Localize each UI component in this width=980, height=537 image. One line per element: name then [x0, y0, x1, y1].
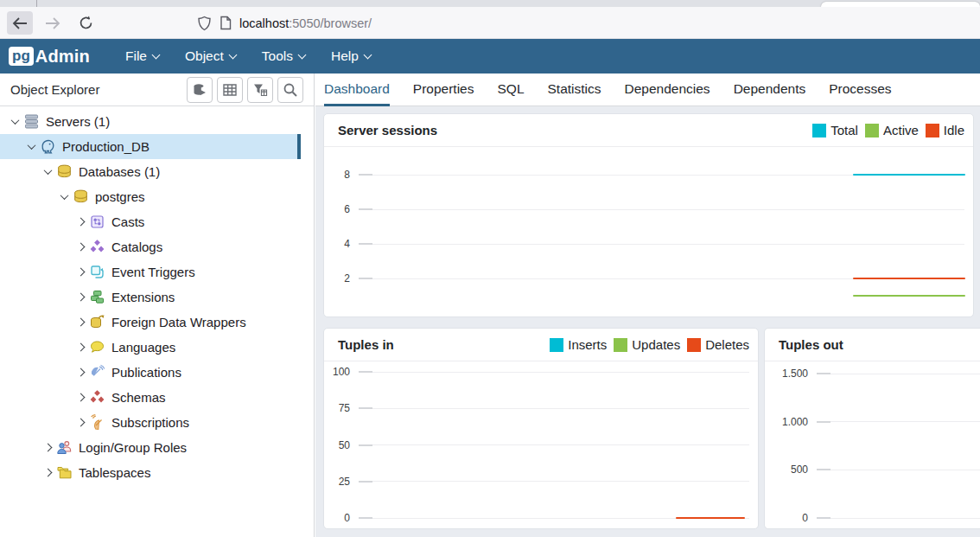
collapse-chevron-icon[interactable] — [56, 194, 73, 200]
languages-icon — [89, 339, 105, 355]
y-tick-label: 6 — [324, 203, 359, 215]
reload-button[interactable] — [73, 11, 99, 35]
tab-properties[interactable]: Properties — [413, 74, 474, 106]
tree-item-label: Subscriptions — [111, 415, 189, 430]
gridline: 500 — [765, 462, 980, 477]
tree-item-schemas[interactable]: Schemas — [0, 385, 301, 410]
tree-item-tablespaces[interactable]: Tablespaces — [0, 460, 301, 485]
gridline: 75 — [324, 400, 749, 416]
expand-chevron-icon[interactable] — [73, 419, 89, 425]
tuples-in-legend: InsertsUpdatesDeletes — [550, 337, 749, 352]
browser-tab-strip — [0, 0, 980, 7]
dashboard-content: Server sessions TotalActiveIdle 8642 Tup… — [315, 106, 980, 537]
tree-item-postgres[interactable]: postgres — [0, 184, 301, 209]
server-sessions-panel: Server sessions TotalActiveIdle 8642 — [323, 113, 974, 317]
expand-chevron-icon[interactable] — [73, 219, 89, 225]
tree-item-label: postgres — [95, 189, 145, 204]
y-tick-label: 0 — [324, 512, 359, 524]
tree-item-label: Foreign Data Wrappers — [111, 315, 246, 329]
filtered-rows-button[interactable] — [247, 77, 273, 103]
gridline: 0 — [765, 510, 980, 526]
database-icon — [56, 163, 73, 180]
expand-chevron-icon[interactable] — [73, 344, 89, 350]
browser-toolbar: localhost:5050/browser/ — [0, 7, 980, 39]
shield-icon — [197, 16, 212, 31]
legend-item-updates: Updates — [614, 337, 680, 352]
expand-chevron-icon[interactable] — [40, 470, 56, 476]
collapse-chevron-icon[interactable] — [23, 144, 40, 150]
database-connect-icon — [192, 82, 207, 98]
view-data-button[interactable] — [217, 77, 243, 103]
tree-item-casts[interactable]: Casts — [0, 209, 301, 234]
object-explorer-tree: Servers (1)Production_DBDatabases (1)pos… — [0, 106, 314, 485]
y-tick-label: 4 — [324, 238, 359, 250]
y-tick-label: 1.000 — [765, 416, 817, 428]
legend-item-active: Active — [865, 123, 919, 137]
tab-dashboard[interactable]: Dashboard — [324, 74, 390, 106]
tree-item-event-triggers[interactable]: Event Triggers — [0, 259, 301, 284]
logo-admin-text: Admin — [35, 47, 90, 67]
tree-item-label: Publications — [111, 365, 181, 380]
menu-help[interactable]: Help — [318, 41, 384, 72]
tab-statistics[interactable]: Statistics — [548, 74, 601, 106]
chevron-down-icon — [298, 51, 307, 60]
tab-dependents[interactable]: Dependents — [734, 74, 806, 106]
gridline: 25 — [324, 474, 749, 489]
tree-item-servers-1[interactable]: Servers (1) — [0, 109, 301, 134]
tree-item-login-group-roles[interactable]: Login/Group Roles — [0, 435, 301, 460]
tree-item-publications[interactable]: Publications — [0, 360, 301, 385]
legend-swatch — [865, 124, 879, 137]
y-tick-label: 1.500 — [765, 368, 817, 380]
search-objects-button[interactable] — [277, 77, 303, 103]
expand-chevron-icon[interactable] — [73, 319, 89, 325]
tuples-out-title: Tuples out — [779, 337, 980, 352]
chevron-down-icon — [363, 51, 372, 60]
object-explorer-panel: Object Explorer Servers (1)Production_DB… — [0, 74, 315, 537]
tree-item-subscriptions[interactable]: Subscriptions — [0, 410, 301, 435]
expand-chevron-icon[interactable] — [40, 444, 56, 451]
gridline: 1.500 — [765, 366, 980, 381]
tab-dependencies[interactable]: Dependencies — [625, 74, 710, 106]
tuples-out-plot: 1.5001.0005000 — [765, 361, 980, 528]
legend-item-idle: Idle — [926, 123, 964, 137]
collapse-chevron-icon[interactable] — [7, 118, 23, 125]
menu-object[interactable]: Object — [172, 41, 249, 72]
expand-chevron-icon[interactable] — [73, 294, 89, 300]
menu-file[interactable]: File — [112, 41, 172, 72]
legend-item-total: Total — [812, 123, 858, 137]
y-tick-label: 75 — [324, 402, 359, 414]
y-tick-label: 500 — [765, 463, 817, 476]
postgres-icon — [40, 138, 56, 155]
gridline: 4 — [324, 236, 964, 252]
dashboard-tab-bar: DashboardPropertiesSQLStatisticsDependen… — [315, 74, 980, 106]
tab-sql[interactable]: SQL — [497, 74, 524, 106]
forward-button[interactable] — [40, 11, 66, 35]
tree-item-label: Casts — [111, 214, 144, 229]
quick-search-button[interactable] — [187, 77, 213, 103]
filter-table-icon — [252, 82, 268, 98]
tree-item-catalogs[interactable]: Catalogs — [0, 234, 301, 259]
casts-icon — [89, 214, 105, 230]
expand-chevron-icon[interactable] — [73, 269, 89, 275]
back-button[interactable] — [7, 11, 33, 35]
roles-icon — [56, 439, 73, 456]
expand-chevron-icon[interactable] — [73, 369, 89, 375]
server-sessions-title: Server sessions — [338, 123, 812, 137]
menu-tools[interactable]: Tools — [249, 41, 318, 72]
tree-item-foreign-data-wrappers[interactable]: Foreign Data Wrappers — [0, 310, 301, 335]
tree-item-production-db[interactable]: Production_DB — [0, 134, 301, 159]
chevron-down-icon — [152, 51, 161, 60]
menu-bar: FileObjectToolsHelp — [112, 41, 384, 72]
tree-item-languages[interactable]: Languages — [0, 335, 301, 360]
catalogs-icon — [89, 239, 105, 255]
logo-pg-badge: pg — [9, 47, 34, 66]
expand-chevron-icon[interactable] — [73, 394, 89, 400]
tuples-out-panel: Tuples out 1.5001.0005000 — [764, 328, 980, 529]
url-bar[interactable]: localhost:5050/browser/ — [197, 10, 372, 35]
collapse-chevron-icon[interactable] — [40, 169, 56, 175]
tree-item-extensions[interactable]: Extensions — [0, 284, 301, 310]
y-tick-label: 0 — [765, 512, 817, 524]
tree-item-databases-1[interactable]: Databases (1) — [0, 159, 301, 184]
expand-chevron-icon[interactable] — [73, 244, 89, 250]
tab-processes[interactable]: Processes — [829, 74, 891, 106]
